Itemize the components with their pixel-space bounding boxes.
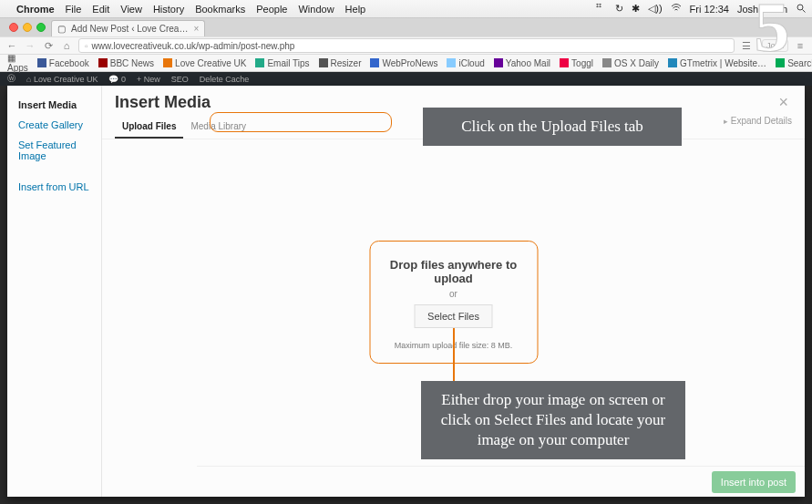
dropzone-or: or xyxy=(381,289,526,299)
svg-point-0 xyxy=(797,5,803,10)
app-name[interactable]: Chrome xyxy=(16,4,55,15)
apps-label: Apps xyxy=(7,63,28,73)
browser-tabbar: ▢ Add New Post ‹ Love Crea… × xyxy=(0,18,812,36)
mac-menubar: Chrome File Edit View History Bookmarks … xyxy=(0,0,812,18)
browser-toolbar: ← → ⟳ ⌂ ▫ www.lovecreativeuk.co.uk/wp-ad… xyxy=(0,36,812,55)
menu-edit[interactable]: Edit xyxy=(92,4,109,15)
bookmark-emailtips[interactable]: Email Tips xyxy=(255,58,309,68)
sidebar-item-insert-media[interactable]: Insert Media xyxy=(18,95,101,115)
wifi-icon[interactable] xyxy=(671,3,682,15)
sidebar-item-featured-image[interactable]: Set Featured Image xyxy=(18,135,101,166)
bluetooth-icon[interactable]: ✱ xyxy=(632,3,640,15)
bookmark-toggl[interactable]: Toggl xyxy=(560,58,593,68)
window-minimize-icon[interactable] xyxy=(23,23,32,32)
menu-view[interactable]: View xyxy=(120,4,142,15)
back-button[interactable]: ← xyxy=(5,39,18,52)
bookmark-sel[interactable]: Search Engine Land xyxy=(776,58,812,68)
wp-new[interactable]: + New xyxy=(137,75,160,84)
bookmark-resizer[interactable]: Resizer xyxy=(319,58,362,68)
bookmark-webpronews[interactable]: WebProNews xyxy=(370,58,437,68)
url-text: www.lovecreativeuk.co.uk/wp-admin/post-n… xyxy=(92,41,295,51)
menu-people[interactable]: People xyxy=(256,4,287,15)
forward-button[interactable]: → xyxy=(24,39,36,52)
tab-upload-files[interactable]: Upload Files xyxy=(115,118,183,139)
browser-window: ▢ Add New Post ‹ Love Crea… × ← → ⟳ ⌂ ▫ … xyxy=(0,18,812,504)
bookmark-icloud[interactable]: iCloud xyxy=(447,58,484,68)
bookmark-facebook[interactable]: Facebook xyxy=(37,58,89,68)
menu-history[interactable]: History xyxy=(153,4,184,15)
volume-icon[interactable]: ◁)) xyxy=(648,3,662,15)
annotation-callout-2: Either drop your image on screen or clic… xyxy=(421,381,685,459)
expand-details-button[interactable]: Expand Details xyxy=(724,116,792,126)
wp-admin-bar: ⓦ ⌂ Love Creative UK 💬 0 + New SEO Delet… xyxy=(0,72,812,86)
modal-footer: Insert into post xyxy=(197,466,805,497)
bookmark-bbc[interactable]: BBC News xyxy=(98,58,154,68)
tab-favicon-icon: ▢ xyxy=(57,24,66,34)
bookmark-yahoo[interactable]: Yahoo Mail xyxy=(494,58,550,68)
home-button[interactable]: ⌂ xyxy=(60,39,73,52)
menu-file[interactable]: File xyxy=(66,4,82,15)
wp-delete-cache[interactable]: Delete Cache xyxy=(200,75,250,84)
url-field[interactable]: ▫ www.lovecreativeuk.co.uk/wp-admin/post… xyxy=(78,38,735,53)
annotation-callout-1: Click on the Upload Files tab xyxy=(423,108,682,146)
window-controls xyxy=(4,18,51,36)
dropbox-icon[interactable] xyxy=(596,3,607,15)
chrome-menu-icon[interactable]: ≡ xyxy=(794,39,807,52)
spotlight-icon[interactable] xyxy=(796,3,807,15)
menu-help[interactable]: Help xyxy=(345,4,366,15)
bookmarks-bar: ▦ Apps Facebook BBC News Love Creative U… xyxy=(0,55,812,72)
apps-button[interactable]: ▦ Apps xyxy=(7,53,28,73)
modal-close-button[interactable]: × xyxy=(775,93,792,112)
modal-sidebar: Insert Media Create Gallery Set Featured… xyxy=(7,86,102,497)
annotation-connector-line xyxy=(453,328,455,383)
browser-tab[interactable]: ▢ Add New Post ‹ Love Crea… × xyxy=(51,20,205,36)
clock[interactable]: Fri 12:34 xyxy=(690,4,729,15)
menu-bookmarks[interactable]: Bookmarks xyxy=(195,4,245,15)
sidebar-item-insert-url[interactable]: Insert from URL xyxy=(18,177,101,197)
menu-window[interactable]: Window xyxy=(298,4,334,15)
insert-into-post-button[interactable]: Insert into post xyxy=(712,471,796,493)
bookmark-lovecreative[interactable]: Love Creative UK xyxy=(163,58,246,68)
wp-site-link[interactable]: ⌂ Love Creative UK xyxy=(26,75,98,84)
window-close-icon[interactable] xyxy=(9,23,18,32)
insert-media-modal: Insert Media Create Gallery Set Featured… xyxy=(7,86,805,497)
svg-line-1 xyxy=(803,9,806,12)
tab-media-library[interactable]: Media Library xyxy=(183,118,253,139)
select-files-button[interactable]: Select Files xyxy=(414,304,493,328)
tab-close-icon[interactable]: × xyxy=(193,24,199,34)
bookmark-gtmetrix[interactable]: GTmetrix | Website… xyxy=(668,58,766,68)
profile-button[interactable]: Josh xyxy=(762,39,788,52)
window-zoom-icon[interactable] xyxy=(36,23,46,32)
modal-title: Insert Media xyxy=(115,93,211,112)
page-icon: ▫ xyxy=(85,41,88,51)
sidebar-item-create-gallery[interactable]: Create Gallery xyxy=(18,115,101,135)
user-name[interactable]: Josh Owen xyxy=(737,4,787,15)
modal-main: Insert Media × Upload Files Media Librar… xyxy=(102,86,805,497)
wp-logo-icon[interactable]: ⓦ xyxy=(7,73,15,85)
dropzone-message: Drop files anywhere to upload xyxy=(381,258,526,285)
window-shadow xyxy=(805,86,812,504)
sync-icon[interactable]: ↻ xyxy=(615,3,623,15)
bookmark-osxdaily[interactable]: OS X Daily xyxy=(602,58,659,68)
tab-title: Add New Post ‹ Love Crea… xyxy=(71,24,188,34)
page-body: Insert Media Create Gallery Set Featured… xyxy=(0,86,812,504)
wp-comments[interactable]: 💬 0 xyxy=(108,75,126,84)
reload-button[interactable]: ⟳ xyxy=(42,39,55,52)
wp-seo[interactable]: SEO xyxy=(171,75,189,84)
settings-lines-icon[interactable]: ☰ xyxy=(740,39,753,52)
